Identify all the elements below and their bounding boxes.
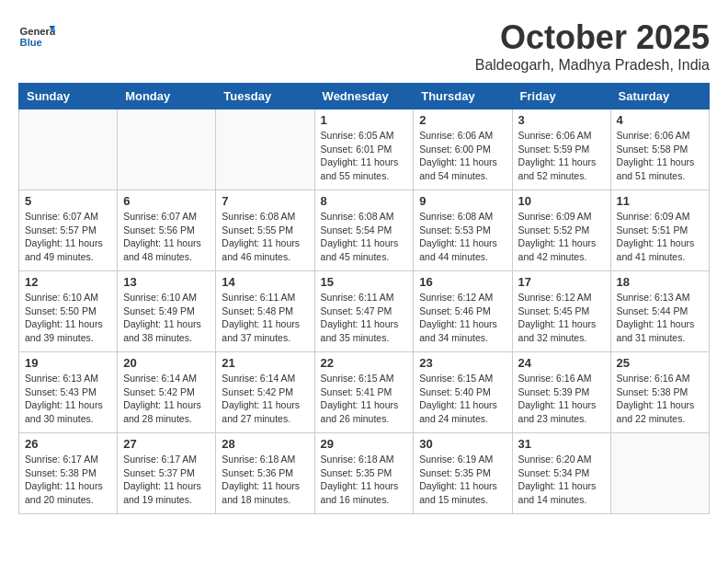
calendar-cell: 13Sunrise: 6:10 AM Sunset: 5:49 PM Dayli… [118,271,216,352]
month-title: October 2025 [475,18,710,57]
day-number: 10 [518,194,605,208]
cell-content: Sunrise: 6:12 AM Sunset: 5:45 PM Dayligh… [518,291,605,345]
cell-content: Sunrise: 6:15 AM Sunset: 5:40 PM Dayligh… [419,372,506,426]
day-number: 23 [419,356,506,370]
calendar-cell [118,109,216,190]
calendar-cell: 15Sunrise: 6:11 AM Sunset: 5:47 PM Dayli… [314,271,414,352]
cell-content: Sunrise: 6:17 AM Sunset: 5:37 PM Dayligh… [123,453,210,507]
calendar-cell: 10Sunrise: 6:09 AM Sunset: 5:52 PM Dayli… [512,190,610,271]
calendar-week-row: 12Sunrise: 6:10 AM Sunset: 5:50 PM Dayli… [19,271,710,352]
cell-content: Sunrise: 6:12 AM Sunset: 5:46 PM Dayligh… [419,291,506,345]
calendar-cell: 22Sunrise: 6:15 AM Sunset: 5:41 PM Dayli… [314,352,414,433]
day-number: 15 [321,275,408,289]
cell-content: Sunrise: 6:17 AM Sunset: 5:38 PM Dayligh… [25,453,111,507]
day-number: 14 [222,275,308,289]
weekday-header-cell: Saturday [610,84,709,109]
calendar-cell: 8Sunrise: 6:08 AM Sunset: 5:54 PM Daylig… [314,190,414,271]
calendar-cell: 18Sunrise: 6:13 AM Sunset: 5:44 PM Dayli… [610,271,709,352]
day-number: 8 [321,194,408,208]
calendar-cell: 9Sunrise: 6:08 AM Sunset: 5:53 PM Daylig… [414,190,512,271]
calendar-cell: 31Sunrise: 6:20 AM Sunset: 5:34 PM Dayli… [512,433,610,514]
day-number: 27 [123,437,210,451]
day-number: 25 [617,356,703,370]
calendar-cell: 23Sunrise: 6:15 AM Sunset: 5:40 PM Dayli… [414,352,512,433]
day-number: 3 [518,113,605,127]
day-number: 21 [222,356,308,370]
weekday-header-cell: Thursday [414,84,512,109]
svg-text:Blue: Blue [20,37,42,48]
day-number: 7 [222,194,308,208]
calendar-cell: 30Sunrise: 6:19 AM Sunset: 5:35 PM Dayli… [414,433,512,514]
day-number: 5 [25,194,111,208]
day-number: 4 [617,113,703,127]
calendar-cell: 4Sunrise: 6:06 AM Sunset: 5:58 PM Daylig… [610,109,709,190]
cell-content: Sunrise: 6:14 AM Sunset: 5:42 PM Dayligh… [222,372,308,426]
day-number: 29 [321,437,408,451]
cell-content: Sunrise: 6:06 AM Sunset: 5:59 PM Dayligh… [518,129,605,183]
calendar-week-row: 19Sunrise: 6:13 AM Sunset: 5:43 PM Dayli… [19,352,710,433]
cell-content: Sunrise: 6:09 AM Sunset: 5:51 PM Dayligh… [617,210,703,264]
cell-content: Sunrise: 6:10 AM Sunset: 5:49 PM Dayligh… [123,291,210,345]
calendar-cell: 26Sunrise: 6:17 AM Sunset: 5:38 PM Dayli… [19,433,118,514]
cell-content: Sunrise: 6:10 AM Sunset: 5:50 PM Dayligh… [25,291,111,345]
day-number: 18 [617,275,703,289]
cell-content: Sunrise: 6:18 AM Sunset: 5:35 PM Dayligh… [321,453,408,507]
location: Baldeogarh, Madhya Pradesh, India [475,57,710,74]
calendar-cell: 29Sunrise: 6:18 AM Sunset: 5:35 PM Dayli… [314,433,414,514]
page-header: General Blue October 2025 Baldeogarh, Ma… [18,18,710,74]
calendar-week-row: 26Sunrise: 6:17 AM Sunset: 5:38 PM Dayli… [19,433,710,514]
calendar-cell [19,109,118,190]
logo-icon: General Blue [18,18,55,55]
cell-content: Sunrise: 6:16 AM Sunset: 5:38 PM Dayligh… [617,372,703,426]
calendar-cell: 27Sunrise: 6:17 AM Sunset: 5:37 PM Dayli… [118,433,216,514]
calendar-cell: 2Sunrise: 6:06 AM Sunset: 6:00 PM Daylig… [414,109,512,190]
calendar-cell: 21Sunrise: 6:14 AM Sunset: 5:42 PM Dayli… [216,352,314,433]
weekday-header-row: SundayMondayTuesdayWednesdayThursdayFrid… [19,84,710,109]
calendar-cell: 6Sunrise: 6:07 AM Sunset: 5:56 PM Daylig… [118,190,216,271]
day-number: 20 [123,356,210,370]
calendar-week-row: 1Sunrise: 6:05 AM Sunset: 6:01 PM Daylig… [19,109,710,190]
cell-content: Sunrise: 6:07 AM Sunset: 5:57 PM Dayligh… [25,210,111,264]
cell-content: Sunrise: 6:08 AM Sunset: 5:54 PM Dayligh… [321,210,408,264]
cell-content: Sunrise: 6:20 AM Sunset: 5:34 PM Dayligh… [518,453,605,507]
cell-content: Sunrise: 6:16 AM Sunset: 5:39 PM Dayligh… [518,372,605,426]
day-number: 9 [419,194,506,208]
day-number: 30 [419,437,506,451]
cell-content: Sunrise: 6:11 AM Sunset: 5:47 PM Dayligh… [321,291,408,345]
weekday-header-cell: Monday [118,84,216,109]
cell-content: Sunrise: 6:06 AM Sunset: 6:00 PM Dayligh… [419,129,506,183]
day-number: 24 [518,356,605,370]
calendar-cell: 14Sunrise: 6:11 AM Sunset: 5:48 PM Dayli… [216,271,314,352]
weekday-header-cell: Tuesday [216,84,314,109]
title-block: October 2025 Baldeogarh, Madhya Pradesh,… [475,18,710,74]
cell-content: Sunrise: 6:08 AM Sunset: 5:53 PM Dayligh… [419,210,506,264]
calendar-cell: 28Sunrise: 6:18 AM Sunset: 5:36 PM Dayli… [216,433,314,514]
svg-text:General: General [20,26,55,37]
calendar-week-row: 5Sunrise: 6:07 AM Sunset: 5:57 PM Daylig… [19,190,710,271]
calendar-cell: 19Sunrise: 6:13 AM Sunset: 5:43 PM Dayli… [19,352,118,433]
cell-content: Sunrise: 6:18 AM Sunset: 5:36 PM Dayligh… [222,453,308,507]
calendar-cell: 16Sunrise: 6:12 AM Sunset: 5:46 PM Dayli… [414,271,512,352]
cell-content: Sunrise: 6:13 AM Sunset: 5:44 PM Dayligh… [617,291,703,345]
day-number: 11 [617,194,703,208]
calendar-cell: 1Sunrise: 6:05 AM Sunset: 6:01 PM Daylig… [314,109,414,190]
calendar-body: 1Sunrise: 6:05 AM Sunset: 6:01 PM Daylig… [19,109,710,514]
calendar-cell: 5Sunrise: 6:07 AM Sunset: 5:57 PM Daylig… [19,190,118,271]
cell-content: Sunrise: 6:19 AM Sunset: 5:35 PM Dayligh… [419,453,506,507]
weekday-header-cell: Friday [512,84,610,109]
calendar-cell: 20Sunrise: 6:14 AM Sunset: 5:42 PM Dayli… [118,352,216,433]
day-number: 31 [518,437,605,451]
calendar-cell [610,433,709,514]
calendar-cell: 12Sunrise: 6:10 AM Sunset: 5:50 PM Dayli… [19,271,118,352]
day-number: 2 [419,113,506,127]
cell-content: Sunrise: 6:08 AM Sunset: 5:55 PM Dayligh… [222,210,308,264]
logo: General Blue [18,18,55,55]
day-number: 22 [321,356,408,370]
calendar-cell: 17Sunrise: 6:12 AM Sunset: 5:45 PM Dayli… [512,271,610,352]
day-number: 17 [518,275,605,289]
cell-content: Sunrise: 6:11 AM Sunset: 5:48 PM Dayligh… [222,291,308,345]
calendar-cell: 11Sunrise: 6:09 AM Sunset: 5:51 PM Dayli… [610,190,709,271]
cell-content: Sunrise: 6:15 AM Sunset: 5:41 PM Dayligh… [321,372,408,426]
calendar-cell: 24Sunrise: 6:16 AM Sunset: 5:39 PM Dayli… [512,352,610,433]
calendar-cell [216,109,314,190]
